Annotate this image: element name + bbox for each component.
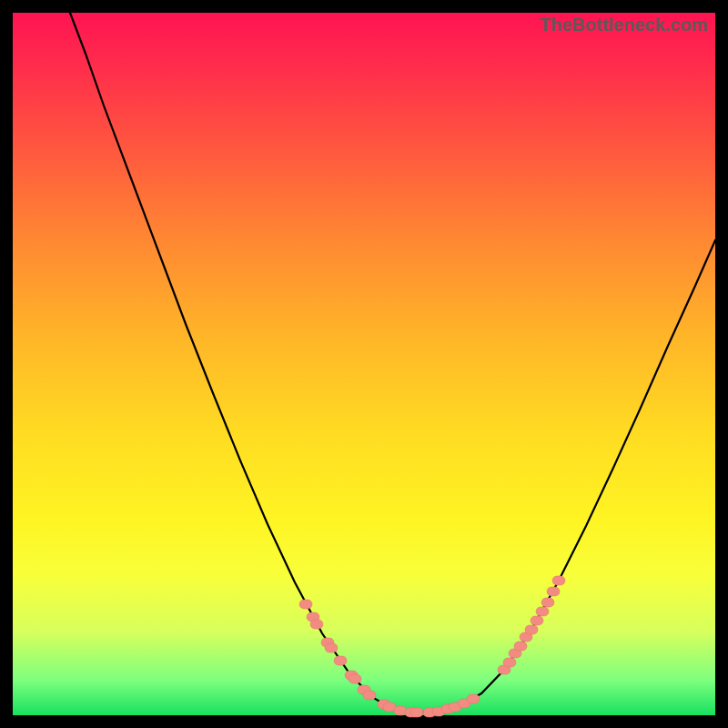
- curve-marker: [310, 620, 323, 629]
- curve-marker: [531, 616, 543, 625]
- chart-plot: [13, 13, 715, 715]
- bottleneck-curve: [70, 13, 715, 713]
- markers-bottom: [378, 694, 480, 717]
- curve-marker: [299, 600, 312, 609]
- curve-marker: [541, 598, 554, 607]
- curve-marker: [334, 656, 347, 665]
- curve-marker: [394, 706, 407, 715]
- curve-marker: [525, 625, 538, 634]
- curve-marker: [536, 607, 549, 616]
- curve-marker: [363, 691, 376, 700]
- markers-left: [299, 600, 376, 700]
- curve-marker: [410, 708, 423, 717]
- chart-frame: TheBottleneck.com: [13, 13, 715, 715]
- curve-marker: [325, 643, 338, 652]
- curve-marker: [514, 642, 527, 651]
- curve-marker: [349, 674, 361, 683]
- curve-marker: [467, 694, 480, 703]
- markers-right: [498, 576, 565, 674]
- curve-marker: [552, 576, 565, 585]
- curve-marker: [547, 587, 560, 596]
- curve-marker: [503, 658, 516, 667]
